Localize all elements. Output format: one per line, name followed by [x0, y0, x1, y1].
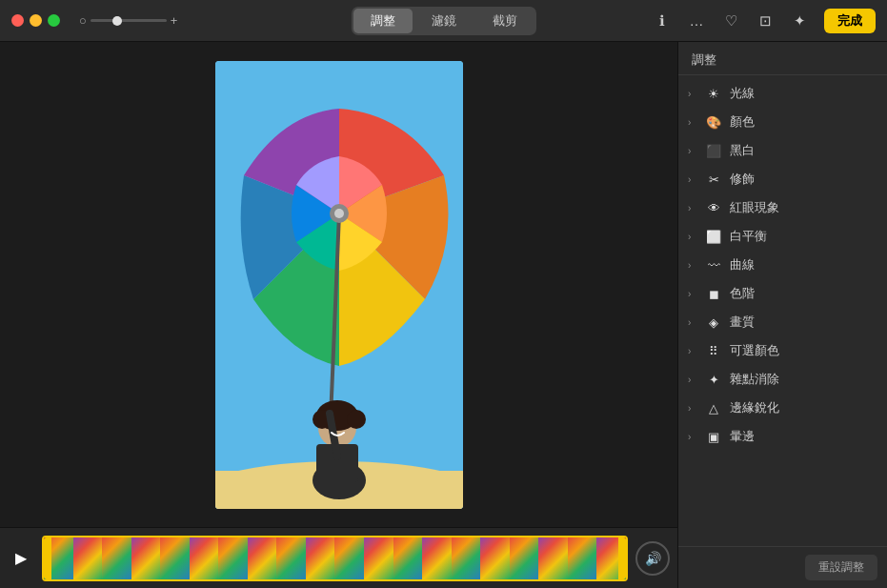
- filmstrip-handle-left[interactable]: [44, 537, 51, 579]
- film-frame: [393, 537, 423, 579]
- adjustment-item-10[interactable]: › ✦ 雜點消除: [678, 365, 887, 394]
- adjustment-item-8[interactable]: › ◈ 畫質: [678, 308, 887, 336]
- magic-icon[interactable]: ✦: [790, 11, 809, 30]
- close-button[interactable]: [11, 14, 24, 27]
- adj-label-9: 可選顏色: [730, 342, 779, 359]
- adjustment-item-5[interactable]: › ⬜ 白平衡: [678, 222, 887, 251]
- chevron-right-icon: ›: [688, 174, 697, 185]
- adj-label-8: 畫質: [730, 314, 755, 331]
- adjustment-item-1[interactable]: › 🎨 顏色: [678, 108, 887, 136]
- adj-icon-6: 〰: [705, 256, 722, 274]
- adjustment-item-0[interactable]: › ☀ 光線: [678, 79, 887, 108]
- right-panel: 調整 › ☀ 光線 › 🎨 顏色 › ⬛ 黑白 › ✂ 修飾 › 👁 紅眼現象 …: [677, 42, 887, 588]
- adj-label-2: 黑白: [730, 142, 755, 159]
- maximize-button[interactable]: [48, 14, 60, 27]
- adjustment-item-2[interactable]: › ⬛ 黑白: [678, 136, 887, 165]
- film-frame: [568, 537, 597, 579]
- adj-label-4: 紅眼現象: [730, 199, 779, 216]
- filmstrip-wrapper[interactable]: [42, 536, 628, 581]
- volume-button[interactable]: 🔊: [635, 541, 670, 576]
- adjustment-item-3[interactable]: › ✂ 修飾: [678, 165, 887, 193]
- adj-label-0: 光線: [730, 85, 755, 102]
- adjustments-list: › ☀ 光線 › 🎨 顏色 › ⬛ 黑白 › ✂ 修飾 › 👁 紅眼現象 › ⬜…: [678, 75, 887, 546]
- brightness-min-icon: ○: [79, 13, 87, 28]
- film-frame: [248, 537, 277, 579]
- adj-icon-9: ⠿: [705, 342, 722, 359]
- adj-icon-3: ✂: [705, 171, 722, 188]
- slider-track[interactable]: [91, 19, 167, 22]
- tab-filter[interactable]: 濾鏡: [414, 9, 474, 33]
- adj-label-5: 白平衡: [730, 228, 767, 245]
- toolbar-right: ℹ … ♡ ⊡ ✦ 完成: [653, 9, 876, 33]
- chevron-right-icon: ›: [688, 146, 697, 156]
- chevron-right-icon: ›: [688, 289, 697, 299]
- adj-label-3: 修飾: [730, 171, 755, 188]
- volume-icon: 🔊: [645, 551, 661, 566]
- panel-footer: 重設調整: [678, 546, 887, 588]
- done-button[interactable]: 完成: [824, 9, 876, 33]
- adj-icon-7: ◼: [705, 285, 722, 302]
- more-icon[interactable]: …: [687, 11, 706, 30]
- chevron-right-icon: ›: [688, 432, 697, 442]
- adj-label-11: 邊緣銳化: [730, 399, 779, 416]
- tab-crop[interactable]: 截剪: [475, 9, 534, 33]
- adjustment-item-9[interactable]: › ⠿ 可選顏色: [678, 336, 887, 365]
- adj-icon-8: ◈: [705, 314, 722, 331]
- heart-icon[interactable]: ♡: [721, 11, 740, 30]
- film-frame: [364, 537, 393, 579]
- film-frame: [276, 537, 306, 579]
- crop-icon[interactable]: ⊡: [756, 11, 775, 30]
- svg-point-10: [347, 410, 366, 429]
- panel-title: 調整: [678, 42, 887, 75]
- film-frame: [510, 537, 539, 579]
- chevron-right-icon: ›: [688, 375, 697, 385]
- film-frame: [306, 537, 335, 579]
- main-content: ▶: [0, 42, 887, 588]
- filmstrip-bar: ▶: [0, 527, 677, 588]
- play-button[interactable]: ▶: [8, 545, 34, 572]
- film-frame: [131, 537, 161, 579]
- brightness-max-icon: +: [171, 13, 178, 28]
- adj-label-6: 曲線: [730, 256, 755, 274]
- chevron-right-icon: ›: [688, 317, 697, 328]
- brightness-slider[interactable]: ○ +: [79, 13, 177, 28]
- film-frame: [102, 537, 131, 579]
- chevron-right-icon: ›: [688, 117, 697, 128]
- filmstrip-handle-right[interactable]: [618, 537, 626, 579]
- adjustment-item-4[interactable]: › 👁 紅眼現象: [678, 193, 887, 222]
- film-frame: [218, 537, 248, 579]
- film-frame: [73, 537, 103, 579]
- photo-area: ▶: [0, 42, 677, 588]
- adj-icon-5: ⬜: [705, 228, 722, 245]
- adjustment-item-12[interactable]: › ▣ 暈邊: [678, 422, 887, 451]
- chevron-right-icon: ›: [688, 403, 697, 414]
- adj-label-7: 色階: [730, 285, 755, 302]
- adj-icon-2: ⬛: [705, 142, 722, 159]
- chevron-right-icon: ›: [688, 203, 697, 213]
- adj-label-10: 雜點消除: [730, 371, 779, 388]
- adjustment-item-7[interactable]: › ◼ 色階: [678, 279, 887, 308]
- filmstrip-frames: [44, 537, 626, 579]
- reset-button[interactable]: 重設調整: [805, 555, 877, 580]
- svg-point-5: [334, 209, 344, 218]
- photo-frame: [215, 61, 463, 509]
- info-icon[interactable]: ℹ: [653, 11, 672, 30]
- slider-thumb[interactable]: [112, 16, 122, 26]
- adj-icon-4: 👁: [705, 199, 722, 216]
- adj-label-12: 暈邊: [730, 428, 755, 445]
- chevron-right-icon: ›: [688, 232, 697, 242]
- adj-icon-10: ✦: [705, 371, 722, 388]
- film-frame: [334, 537, 364, 579]
- adjustment-item-11[interactable]: › △ 邊緣銳化: [678, 394, 887, 422]
- umbrella-photo: [215, 61, 463, 509]
- tab-adjust[interactable]: 調整: [353, 9, 413, 33]
- minimize-button[interactable]: [30, 14, 42, 27]
- adj-label-1: 顏色: [730, 113, 755, 131]
- film-frame: [538, 537, 568, 579]
- window-controls: ○ +: [11, 13, 177, 28]
- adj-icon-1: 🎨: [705, 113, 722, 131]
- chevron-right-icon: ›: [688, 346, 697, 356]
- adj-icon-12: ▣: [705, 428, 722, 445]
- adjustment-item-6[interactable]: › 〰 曲線: [678, 251, 887, 279]
- adj-icon-0: ☀: [705, 85, 722, 102]
